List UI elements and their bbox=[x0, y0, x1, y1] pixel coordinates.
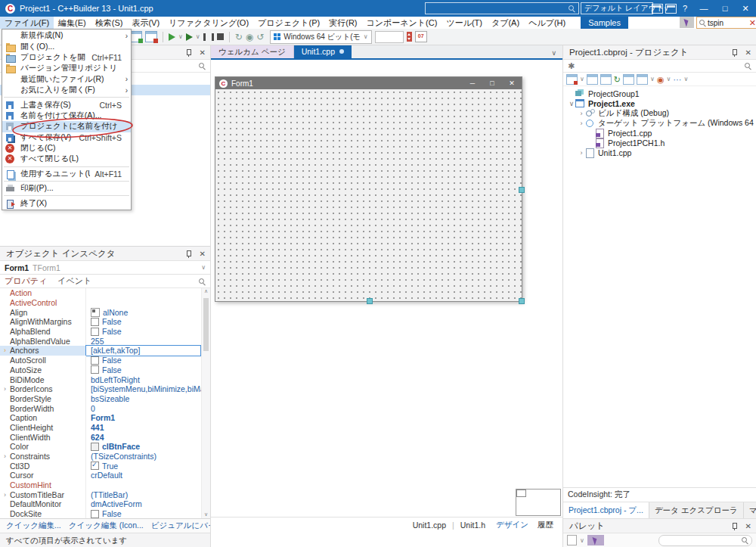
checkbox-unchecked-icon[interactable] bbox=[91, 365, 99, 374]
property-value[interactable]: (TTitleBar) bbox=[85, 490, 202, 499]
menubar-item-3[interactable]: 検索(S) bbox=[91, 17, 128, 29]
checkbox-unchecked-icon[interactable] bbox=[91, 510, 99, 518]
property-value[interactable]: Form1 bbox=[85, 413, 202, 423]
stop-button[interactable] bbox=[217, 33, 224, 40]
chevron-down-icon[interactable]: ∨ bbox=[667, 76, 671, 82]
close-icon[interactable]: ✕ bbox=[744, 522, 753, 530]
property-row[interactable]: DockSiteFalse bbox=[0, 509, 210, 518]
property-value[interactable]: False bbox=[85, 327, 202, 337]
project-tree-row[interactable]: Project1.cpp bbox=[563, 128, 756, 138]
property-row[interactable]: ›CustomTitleBar(TTitleBar) bbox=[0, 490, 210, 499]
resize-handle-corner[interactable] bbox=[519, 298, 525, 304]
project-tree-row[interactable]: Project1PCH1.h bbox=[563, 138, 756, 148]
spin-edit-field[interactable] bbox=[375, 31, 404, 43]
property-row[interactable]: ActiveControl bbox=[0, 298, 210, 308]
property-row[interactable]: ›Anchors[akLeft,akTop] bbox=[0, 346, 210, 356]
property-value[interactable]: False bbox=[85, 356, 202, 365]
property-row[interactable]: AutoSizeFalse bbox=[0, 365, 210, 375]
quick-link-2[interactable]: クイック編集 (Icon... bbox=[69, 521, 144, 531]
property-row[interactable]: ColorclBtnFace bbox=[0, 442, 210, 452]
chevron-down-icon[interactable]: ∨ bbox=[683, 76, 688, 82]
inspector-tab-2[interactable]: イベント bbox=[57, 275, 91, 287]
trace-into-icon[interactable]: ◉ bbox=[246, 33, 253, 42]
layout-combo[interactable]: デフォルト レイアウト ∨ bbox=[581, 2, 653, 14]
property-row[interactable]: ClientWidth624 bbox=[0, 432, 210, 442]
menubar-item-10[interactable]: タブ(A) bbox=[487, 17, 524, 29]
activate-project-icon[interactable] bbox=[566, 74, 578, 85]
form-design-surface[interactable] bbox=[215, 89, 522, 301]
run-dropdown-icon[interactable]: ∨ bbox=[178, 33, 183, 40]
file-menu-item[interactable]: バージョン管理リポジトリから開く(Z)... bbox=[2, 63, 131, 73]
property-row[interactable]: BiDiModebdLeftToRight bbox=[0, 375, 210, 384]
form-designer-canvas[interactable]: Form1 ─ □ ✕ Unit1.cpp | Unit1.h デザイン履歴 bbox=[211, 60, 562, 532]
new-items-icon[interactable] bbox=[130, 31, 142, 42]
property-value[interactable]: 624 bbox=[85, 432, 202, 442]
property-value[interactable]: False bbox=[85, 509, 202, 518]
project-search-row[interactable]: ✱ bbox=[563, 60, 756, 73]
desktop-add-icon[interactable] bbox=[665, 4, 677, 14]
editor-tab-1[interactable]: ウェルカム ページ bbox=[211, 45, 294, 58]
property-value[interactable]: [biSystemMenu,biMinimize,biMaximize] bbox=[85, 384, 202, 394]
property-value[interactable]: 0 bbox=[85, 403, 202, 413]
save-icon[interactable] bbox=[623, 74, 634, 85]
checkbox-unchecked-icon[interactable] bbox=[91, 328, 99, 336]
file-menu-item[interactable]: 閉じる(C) bbox=[2, 143, 131, 154]
bottom-right-tab-3[interactable]: マルチデバイス プレビュー bbox=[744, 502, 756, 518]
designed-form-window[interactable]: Form1 ─ □ ✕ bbox=[215, 76, 522, 302]
menubar-item-2[interactable]: 編集(E) bbox=[54, 17, 91, 29]
file-menu-item[interactable]: お気に入りを開く(F)› bbox=[2, 85, 131, 95]
property-value[interactable]: False bbox=[85, 365, 202, 375]
pin-icon[interactable] bbox=[185, 250, 192, 258]
property-expander-icon[interactable]: › bbox=[0, 347, 10, 354]
resize-handle-bottom[interactable] bbox=[367, 298, 373, 304]
property-value[interactable]: bsSizeable bbox=[85, 394, 202, 404]
date-picker-icon[interactable]: 07 bbox=[415, 31, 427, 42]
property-row[interactable]: AutoScrollFalse bbox=[0, 356, 210, 365]
property-value[interactable]: bdLeftToRight bbox=[85, 375, 202, 384]
menubar-item-11[interactable]: ヘルプ(H) bbox=[524, 17, 570, 29]
more-options-icon[interactable]: ⋯ bbox=[673, 75, 681, 84]
minimize-button[interactable]: — bbox=[692, 0, 715, 17]
status-file-2[interactable]: Unit1.h bbox=[460, 521, 485, 530]
property-value[interactable]: dmActiveForm bbox=[85, 499, 202, 509]
form-title-bar[interactable]: Form1 ─ □ ✕ bbox=[215, 77, 522, 89]
component-search-box[interactable]: tspin ✕ bbox=[696, 17, 756, 29]
property-row[interactable]: CaptionForm1 bbox=[0, 413, 210, 423]
pause-button[interactable] bbox=[203, 33, 214, 41]
chevron-down-icon[interactable]: ∨ bbox=[650, 76, 655, 82]
property-row[interactable]: AlphaBlendFalse bbox=[0, 327, 210, 337]
property-expander-icon[interactable]: › bbox=[0, 452, 10, 460]
property-row[interactable]: BorderWidth0 bbox=[0, 403, 210, 413]
run-to-cursor-icon[interactable]: ↺ bbox=[256, 33, 264, 42]
menubar-item-6[interactable]: プロジェクト(P) bbox=[253, 17, 324, 29]
property-expander-icon[interactable]: › bbox=[0, 491, 10, 499]
file-menu-item[interactable]: 名前を付けて保存(A)... bbox=[2, 110, 131, 121]
property-row[interactable]: CursorcrDefault bbox=[0, 471, 210, 480]
inspector-tab-1[interactable]: プロパティ bbox=[5, 275, 47, 287]
step-over-icon[interactable]: ↻ bbox=[235, 33, 243, 42]
resize-handle-right[interactable] bbox=[519, 187, 525, 193]
file-menu-item[interactable]: 使用するユニット(U)...Alt+F11 bbox=[2, 169, 131, 179]
property-value[interactable]: False bbox=[85, 317, 202, 327]
menubar-item-4[interactable]: 表示(V) bbox=[127, 17, 164, 29]
run-button[interactable] bbox=[169, 33, 175, 41]
property-value[interactable]: True bbox=[85, 461, 202, 471]
chevron-down-icon[interactable]: ∨ bbox=[580, 76, 584, 82]
run-without-debugging-button[interactable] bbox=[186, 33, 193, 41]
property-value[interactable]: 441 bbox=[85, 423, 202, 433]
target-icon[interactable]: ◉ bbox=[657, 75, 665, 84]
tab-list-chevron-icon[interactable]: ∨ bbox=[551, 49, 556, 57]
menubar-item-1[interactable]: ファイル(F) bbox=[0, 17, 54, 29]
pin-icon[interactable] bbox=[185, 48, 192, 57]
property-grid-scrollbar[interactable]: ∧∨ bbox=[201, 288, 210, 518]
file-menu-item[interactable]: すべて閉じる(L) bbox=[2, 154, 131, 164]
property-row[interactable]: DefaultMonitordmActiveForm bbox=[0, 499, 210, 509]
property-value[interactable]: clBtnFace bbox=[85, 442, 202, 452]
remove-file-icon[interactable] bbox=[145, 31, 157, 42]
view-tab-2[interactable]: 履歴 bbox=[533, 520, 558, 530]
menubar-item-5[interactable]: リファクタリング(O) bbox=[164, 17, 253, 29]
checkbox-unchecked-icon[interactable] bbox=[91, 318, 99, 326]
file-menu-item[interactable]: 上書き保存(S)Ctrl+S bbox=[2, 99, 131, 110]
bottom-right-tab-2[interactable]: データ エクスプローラ bbox=[649, 502, 744, 518]
property-row[interactable]: ›BorderIcons[biSystemMenu,biMinimize,biM… bbox=[0, 384, 210, 394]
